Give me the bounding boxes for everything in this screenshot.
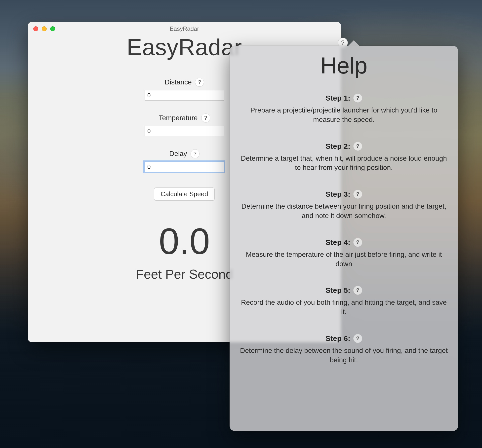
help-step-5-label: Step 5: — [325, 286, 350, 295]
help-title: Help — [237, 53, 451, 79]
window-title: EasyRadar — [28, 25, 341, 32]
help-step-1-icon[interactable]: ? — [353, 94, 362, 103]
help-step-2: Step 2: ? Determine a target that, when … — [237, 142, 451, 173]
help-step-6-icon[interactable]: ? — [353, 334, 362, 343]
help-step-3-text: Determine the distance between your firi… — [240, 202, 448, 221]
help-popover: Help Step 1: ? Prepare a projectile/proj… — [230, 46, 458, 431]
help-step-6-label: Step 6: — [325, 334, 350, 343]
help-step-2-text: Determine a target that, when hit, will … — [240, 154, 448, 173]
temperature-input[interactable] — [145, 126, 224, 136]
help-step-2-label: Step 2: — [325, 142, 350, 150]
minimize-window-button[interactable] — [42, 26, 47, 31]
help-step-5: Step 5: ? Record the audio of you both f… — [237, 286, 451, 317]
delay-help-icon[interactable]: ? — [191, 149, 200, 158]
help-step-6-text: Determine the delay between the sound of… — [240, 346, 448, 365]
distance-label: Distance — [165, 78, 192, 86]
help-step-3-label: Step 3: — [325, 190, 350, 198]
temperature-label: Temperature — [159, 114, 198, 122]
help-step-1-label: Step 1: — [325, 94, 350, 102]
delay-label: Delay — [169, 150, 187, 158]
help-step-1-text: Prepare a projectile/projectile launcher… — [240, 106, 448, 124]
help-step-1: Step 1: ? Prepare a projectile/projectil… — [237, 94, 451, 124]
help-step-2-icon[interactable]: ? — [353, 142, 362, 151]
window-controls — [33, 26, 55, 31]
close-window-button[interactable] — [33, 26, 38, 31]
distance-input[interactable] — [145, 90, 224, 101]
delay-input[interactable] — [145, 162, 224, 172]
help-step-4: Step 4: ? Measure the temperature of the… — [237, 238, 451, 269]
zoom-window-button[interactable] — [50, 26, 55, 31]
temperature-help-icon[interactable]: ? — [201, 113, 210, 122]
calculate-speed-button[interactable]: Calculate Speed — [154, 187, 215, 201]
help-step-5-text: Record the audio of you both firing, and… — [240, 298, 448, 317]
help-step-4-label: Step 4: — [325, 238, 350, 247]
help-step-4-text: Measure the temperature of the air just … — [240, 250, 448, 269]
help-step-5-icon[interactable]: ? — [353, 286, 362, 295]
help-step-6: Step 6: ? Determine the delay between th… — [237, 334, 451, 365]
help-step-3-icon[interactable]: ? — [353, 190, 362, 199]
distance-help-icon[interactable]: ? — [195, 78, 204, 87]
help-step-3: Step 3: ? Determine the distance between… — [237, 190, 451, 221]
help-step-4-icon[interactable]: ? — [353, 238, 362, 247]
titlebar: EasyRadar — [28, 22, 341, 36]
